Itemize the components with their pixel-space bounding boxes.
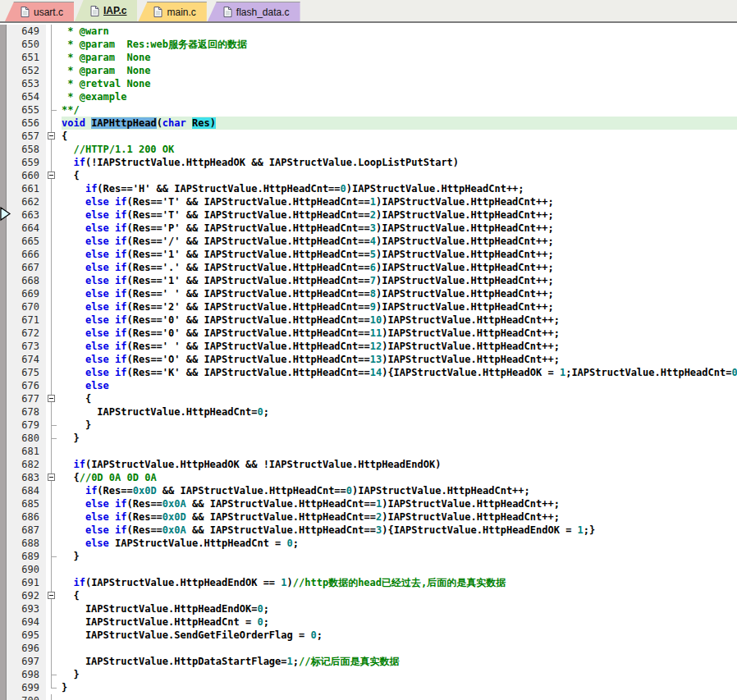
code-line[interactable]: IAPStructValue.HttpHeadCnt=0; bbox=[62, 405, 737, 419]
line-number[interactable]: 659 bbox=[7, 156, 46, 169]
code-line[interactable]: else if(Res=='0' && IAPStructValue.HttpH… bbox=[62, 313, 737, 327]
code-line[interactable] bbox=[62, 445, 737, 458]
line-number[interactable]: 664 bbox=[7, 222, 46, 235]
code-line[interactable]: else if(Res=='1' && IAPStructValue.HttpH… bbox=[62, 274, 737, 287]
code-line[interactable]: { bbox=[62, 589, 737, 602]
code-line[interactable]: if(Res==0x0D && IAPStructValue.HttpHeadC… bbox=[62, 484, 737, 497]
code-line[interactable]: **/ bbox=[62, 103, 737, 117]
line-number[interactable]: 649 bbox=[7, 25, 46, 38]
line-number[interactable]: 683 bbox=[7, 471, 46, 484]
code-line[interactable]: { bbox=[62, 392, 737, 405]
line-number[interactable]: 662 bbox=[7, 195, 46, 208]
code-line[interactable]: else if(Res==' ' && IAPStructValue.HttpH… bbox=[62, 340, 737, 353]
code-line[interactable] bbox=[62, 642, 737, 655]
code-line[interactable]: else if(Res=='0' && IAPStructValue.HttpH… bbox=[62, 327, 737, 340]
code-line[interactable]: else if(Res=='.' && IAPStructValue.HttpH… bbox=[62, 261, 737, 274]
code-line[interactable]: {//0D 0A 0D 0A bbox=[62, 471, 737, 484]
code-line[interactable]: } bbox=[62, 432, 737, 445]
code-line[interactable]: * @param None bbox=[62, 51, 737, 64]
line-number[interactable]: 671 bbox=[7, 313, 46, 327]
code-line[interactable] bbox=[62, 694, 737, 700]
code-line[interactable]: else if(Res=='2' && IAPStructValue.HttpH… bbox=[62, 300, 737, 313]
line-number[interactable]: 696 bbox=[7, 642, 46, 655]
line-number[interactable]: 667 bbox=[7, 261, 46, 274]
line-number[interactable]: 695 bbox=[7, 629, 46, 642]
code-line[interactable]: { bbox=[62, 169, 737, 182]
line-number[interactable]: 672 bbox=[7, 327, 46, 340]
line-number[interactable]: 655 bbox=[7, 103, 46, 117]
tab-main-c[interactable]: main.c bbox=[138, 2, 206, 21]
line-number[interactable]: 663 bbox=[7, 208, 46, 222]
line-number[interactable]: 687 bbox=[7, 524, 46, 537]
line-number[interactable]: 694 bbox=[7, 615, 46, 629]
code-line[interactable]: else if(Res=='P' && IAPStructValue.HttpH… bbox=[62, 222, 737, 235]
line-number[interactable]: 668 bbox=[7, 274, 46, 287]
code-line[interactable]: if(IAPStructValue.HttpHeadOK && !IAPStru… bbox=[62, 458, 737, 471]
line-number[interactable]: 679 bbox=[7, 419, 46, 432]
code-line[interactable]: * @warn bbox=[62, 25, 737, 38]
code-line[interactable]: if(!IAPStructValue.HttpHeadOK && IAPStru… bbox=[62, 156, 737, 169]
fold-margin[interactable] bbox=[46, 589, 62, 602]
code-line[interactable]: else if(Res=='T' && IAPStructValue.HttpH… bbox=[62, 208, 737, 222]
code-line[interactable]: else if(Res==0x0A && IAPStructValue.Http… bbox=[62, 497, 737, 510]
code-line[interactable]: if(IAPStructValue.HttpHeadEndOK == 1)//h… bbox=[62, 576, 737, 589]
fold-margin[interactable] bbox=[46, 130, 62, 143]
tab-IAP-c[interactable]: IAP.c bbox=[75, 0, 137, 21]
line-number[interactable]: 675 bbox=[7, 366, 46, 379]
tab-flash_data-c[interactable]: flash_data.c bbox=[208, 2, 300, 21]
line-number[interactable]: 670 bbox=[7, 300, 46, 313]
fold-collapse-icon[interactable] bbox=[48, 395, 55, 402]
code-editor[interactable]: 649 * @warn650 * @param Res:web服务器返回的数据6… bbox=[0, 25, 737, 700]
line-number[interactable]: 689 bbox=[7, 550, 46, 563]
code-line[interactable]: } bbox=[62, 550, 737, 563]
fold-collapse-icon[interactable] bbox=[48, 474, 55, 481]
line-number[interactable]: 652 bbox=[7, 64, 46, 77]
line-number[interactable]: 693 bbox=[7, 602, 46, 615]
code-line[interactable]: IAPStructValue.HttpHeadCnt = 0; bbox=[62, 615, 737, 629]
line-number[interactable]: 700 bbox=[7, 694, 46, 700]
line-number[interactable]: 680 bbox=[7, 432, 46, 445]
line-number[interactable]: 681 bbox=[7, 445, 46, 458]
line-number[interactable]: 656 bbox=[7, 117, 46, 130]
line-number[interactable]: 688 bbox=[7, 537, 46, 550]
line-number[interactable]: 685 bbox=[7, 497, 46, 510]
fold-margin[interactable] bbox=[46, 169, 62, 182]
line-number[interactable]: 665 bbox=[7, 235, 46, 248]
code-line[interactable]: else IAPStructValue.HttpHeadCnt = 0; bbox=[62, 537, 737, 550]
line-number[interactable]: 651 bbox=[7, 51, 46, 64]
code-line[interactable]: * @example bbox=[62, 90, 737, 103]
line-number[interactable]: 674 bbox=[7, 353, 46, 366]
line-number[interactable]: 676 bbox=[7, 379, 46, 392]
code-line[interactable]: * @retval None bbox=[62, 77, 737, 90]
line-number[interactable]: 684 bbox=[7, 484, 46, 497]
fold-collapse-icon[interactable] bbox=[48, 592, 55, 599]
line-number[interactable]: 658 bbox=[7, 143, 46, 156]
code-line-current[interactable]: void IAPHttpHead(char Res) bbox=[62, 117, 737, 130]
line-number[interactable]: 657 bbox=[7, 130, 46, 143]
line-number[interactable]: 650 bbox=[7, 38, 46, 51]
code-line[interactable]: else if(Res==0x0D && IAPStructValue.Http… bbox=[62, 510, 737, 524]
line-number[interactable]: 654 bbox=[7, 90, 46, 103]
code-line[interactable]: else if(Res==0x0A && IAPStructValue.Http… bbox=[62, 524, 737, 537]
code-line[interactable]: else if(Res=='O' && IAPStructValue.HttpH… bbox=[62, 353, 737, 366]
code-line[interactable]: else bbox=[62, 379, 737, 392]
line-number[interactable]: 682 bbox=[7, 458, 46, 471]
code-line[interactable]: * @param None bbox=[62, 64, 737, 77]
code-line[interactable] bbox=[62, 563, 737, 576]
line-number[interactable]: 660 bbox=[7, 169, 46, 182]
line-number[interactable]: 691 bbox=[7, 576, 46, 589]
line-number[interactable]: 677 bbox=[7, 392, 46, 405]
code-line[interactable]: //HTTP/1.1 200 OK bbox=[62, 143, 737, 156]
code-line[interactable]: { bbox=[62, 130, 737, 143]
code-line[interactable]: else if(Res=='K' && IAPStructValue.HttpH… bbox=[62, 366, 737, 379]
fold-collapse-icon[interactable] bbox=[48, 172, 55, 179]
line-number[interactable]: 698 bbox=[7, 668, 46, 681]
line-number[interactable]: 686 bbox=[7, 510, 46, 524]
fold-margin[interactable] bbox=[46, 471, 62, 484]
line-number[interactable]: 699 bbox=[7, 681, 46, 694]
code-line[interactable]: * @param Res:web服务器返回的数据 bbox=[62, 38, 737, 51]
line-number[interactable]: 673 bbox=[7, 340, 46, 353]
tab-usart-c[interactable]: usart.c bbox=[5, 2, 74, 21]
code-line[interactable]: } bbox=[62, 681, 737, 694]
line-number[interactable]: 690 bbox=[7, 563, 46, 576]
